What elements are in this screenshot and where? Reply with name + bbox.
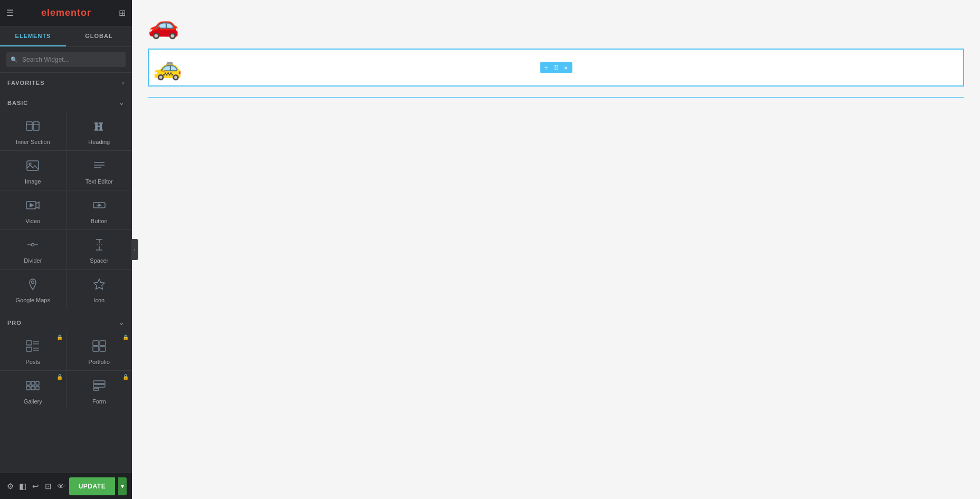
- form-icon: [92, 378, 107, 395]
- canvas-content: 🚗 🚕 + ⠿ ×: [132, 0, 980, 499]
- svg-marker-14: [99, 204, 101, 206]
- chevron-down-pro-icon: ⌄: [119, 319, 125, 327]
- widget-icon-label: Icon: [93, 297, 104, 303]
- portfolio-icon: [92, 339, 107, 356]
- sidebar: ☰ elementor ⊞ ELEMENTS GLOBAL FAVORITES …: [0, 0, 132, 499]
- tab-global[interactable]: GLOBAL: [66, 26, 132, 46]
- section-favorites-label: FAVORITES: [7, 80, 45, 86]
- widget-icon[interactable]: Icon: [66, 270, 132, 309]
- tab-elements[interactable]: ELEMENTS: [0, 26, 66, 46]
- layers-button[interactable]: ◧: [18, 478, 27, 495]
- svg-marker-11: [30, 204, 33, 207]
- svg-marker-24: [94, 279, 104, 289]
- widget-google-maps-label: Google Maps: [16, 297, 50, 303]
- section-toolbar: + ⠿ ×: [540, 62, 572, 73]
- svg-text:H: H: [94, 121, 103, 132]
- sidebar-collapse-handle[interactable]: ‹: [131, 239, 138, 260]
- svg-rect-28: [26, 347, 32, 351]
- section-close-button[interactable]: ×: [563, 63, 569, 72]
- svg-rect-35: [26, 381, 30, 385]
- widget-posts[interactable]: 🔒 Posts: [0, 331, 66, 370]
- lock-icon-portfolio: 🔒: [122, 334, 129, 340]
- lock-icon-posts: 🔒: [56, 334, 63, 340]
- svg-rect-43: [93, 388, 99, 390]
- main-canvas: 🚗 🚕 + ⠿ ×: [132, 0, 980, 499]
- section-basic-header[interactable]: BASIC ⌄: [0, 95, 132, 111]
- search-input[interactable]: [6, 52, 126, 67]
- section-add-button[interactable]: +: [543, 63, 549, 72]
- settings-button[interactable]: ⚙: [5, 478, 15, 495]
- widget-image-label: Image: [25, 178, 41, 185]
- widget-posts-label: Posts: [25, 359, 40, 365]
- chevron-right-icon: ›: [122, 79, 125, 87]
- svg-rect-37: [36, 381, 39, 385]
- widget-image[interactable]: Image: [0, 151, 66, 190]
- posts-icon: [25, 339, 40, 356]
- basic-widget-grid: Inner Section H Heading: [0, 111, 132, 309]
- svg-rect-1: [33, 122, 39, 130]
- svg-point-23: [32, 281, 34, 284]
- widget-spacer[interactable]: Spacer: [66, 230, 132, 269]
- widget-heading[interactable]: H Heading: [66, 111, 132, 150]
- widget-divider[interactable]: Divider: [0, 230, 66, 269]
- google-maps-icon: [25, 277, 40, 294]
- widget-form[interactable]: 🔒 Form: [66, 371, 132, 410]
- svg-rect-41: [93, 381, 105, 383]
- widget-text-editor-label: Text Editor: [85, 178, 113, 185]
- divider-icon: [25, 237, 40, 254]
- widget-inner-section[interactable]: Inner Section: [0, 111, 66, 150]
- section-pro: PRO ⌄ 🔒: [0, 311, 132, 412]
- widget-gallery-label: Gallery: [24, 398, 42, 405]
- lock-icon-gallery: 🔒: [56, 374, 63, 380]
- widget-form-label: Form: [92, 398, 106, 405]
- widget-video-label: Video: [25, 218, 40, 224]
- section-favorites: FAVORITES ›: [0, 73, 132, 93]
- widget-gallery[interactable]: 🔒 Gallery: [0, 371, 66, 410]
- widget-text-editor[interactable]: Text Editor: [66, 151, 132, 190]
- sidebar-footer: ⚙ ◧ ↩ ⊡ 👁 UPDATE ▾: [0, 473, 132, 499]
- update-button[interactable]: UPDATE: [69, 477, 115, 495]
- pro-widget-grid: 🔒 Posts 🔒: [0, 331, 132, 410]
- gallery-icon: [25, 378, 40, 395]
- inner-section-icon: [25, 119, 40, 136]
- widget-button-label: Button: [91, 218, 108, 224]
- sidebar-scroll: FAVORITES › BASIC ⌄: [0, 47, 132, 499]
- text-editor-icon: [92, 158, 107, 175]
- svg-rect-42: [93, 385, 105, 387]
- image-icon: [25, 158, 40, 175]
- navigator-button[interactable]: ⊡: [43, 478, 53, 495]
- widget-heading-label: Heading: [88, 139, 110, 145]
- button-icon: [92, 198, 107, 215]
- svg-rect-34: [100, 347, 106, 351]
- svg-rect-33: [93, 347, 99, 351]
- svg-rect-36: [31, 381, 35, 385]
- canvas-divider: [148, 97, 964, 98]
- section-move-handle[interactable]: ⠿: [553, 63, 560, 72]
- sidebar-tabs: ELEMENTS GLOBAL: [0, 26, 132, 47]
- svg-rect-38: [26, 386, 30, 390]
- hamburger-menu-icon[interactable]: ☰: [6, 8, 14, 18]
- sidebar-header: ☰ elementor ⊞: [0, 0, 132, 26]
- history-button[interactable]: ↩: [31, 478, 40, 495]
- eye-button[interactable]: 👁: [56, 478, 66, 495]
- search-container: [0, 47, 132, 73]
- widget-button[interactable]: Button: [66, 190, 132, 229]
- grid-menu-icon[interactable]: ⊞: [119, 8, 126, 18]
- section-favorites-header[interactable]: FAVORITES ›: [0, 75, 132, 91]
- svg-rect-5: [27, 161, 39, 170]
- icon-widget-icon: [92, 277, 107, 294]
- widget-portfolio[interactable]: 🔒 Portfolio: [66, 331, 132, 370]
- selected-section[interactable]: 🚕 + ⠿ ×: [148, 49, 964, 87]
- widget-portfolio-label: Portfolio: [89, 359, 110, 365]
- lock-icon-form: 🔒: [122, 374, 129, 380]
- svg-point-16: [32, 244, 34, 246]
- svg-rect-32: [100, 341, 106, 346]
- widget-google-maps[interactable]: Google Maps: [0, 270, 66, 309]
- car-black-section: 🚗: [148, 11, 964, 40]
- svg-rect-25: [26, 341, 32, 345]
- spacer-icon: [92, 237, 107, 254]
- update-arrow-button[interactable]: ▾: [118, 477, 127, 495]
- section-pro-header[interactable]: PRO ⌄: [0, 315, 132, 331]
- heading-icon: H: [92, 119, 107, 136]
- widget-video[interactable]: Video: [0, 190, 66, 229]
